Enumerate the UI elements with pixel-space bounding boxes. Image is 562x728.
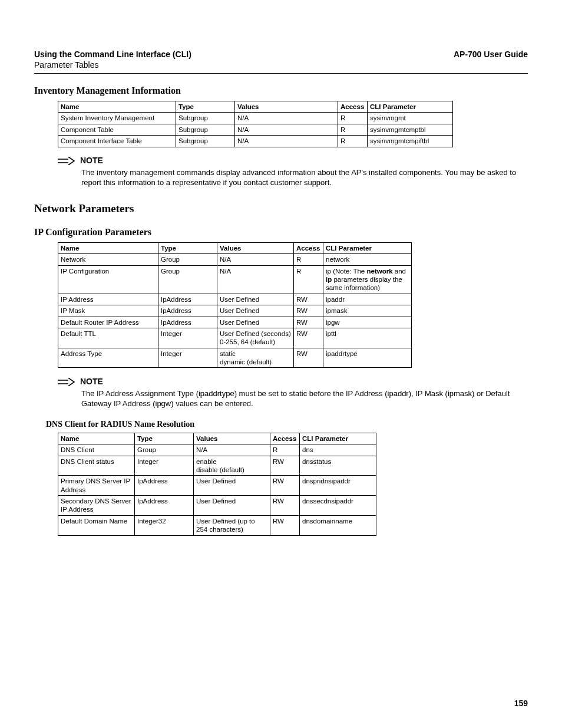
table-cell: dnssecdnsipaddr	[300, 496, 376, 516]
note-ip-config: NOTE The IP Address Assignment Type (ipa…	[58, 376, 528, 409]
table-cell: N/A	[235, 124, 338, 135]
table-header-cell: Values	[235, 101, 338, 113]
table-cell: dnspridnsipaddr	[300, 476, 376, 496]
page-number: 159	[514, 699, 528, 708]
table-cell: network	[323, 254, 412, 265]
header-rule	[34, 73, 528, 74]
table-cell: Subgroup	[176, 136, 235, 147]
heading-ip-configuration: IP Configuration Parameters	[34, 227, 528, 238]
table-header-cell: CLI Parameter	[300, 433, 376, 444]
note-label: NOTE	[80, 377, 103, 386]
table-cell: Component Table	[58, 124, 176, 135]
table-header-cell: Name	[58, 242, 158, 253]
table-ip-configuration: NameTypeValuesAccessCLI ParameterNetwork…	[58, 242, 412, 368]
table-cell: Subgroup	[176, 124, 235, 135]
table-cell: N/A	[235, 113, 338, 124]
table-cell: IpAddress	[135, 476, 194, 496]
table-header-cell: Type	[176, 101, 235, 113]
table-cell: IP Configuration	[58, 265, 158, 294]
table-cell: RW	[294, 348, 323, 368]
table-cell: Integer	[158, 348, 217, 368]
table-row: Primary DNS Server IP AddressIpAddressUs…	[58, 476, 376, 496]
table-cell: Network	[58, 254, 158, 265]
table-row: IP AddressIpAddressUser DefinedRWipaddr	[58, 294, 412, 305]
table-cell: Subgroup	[176, 113, 235, 124]
table-cell: Integer	[135, 456, 194, 476]
table-cell: User Defined (up to 254 characters)	[194, 515, 270, 535]
table-cell: N/A	[194, 444, 270, 456]
table-header-cell: Access	[270, 433, 300, 444]
table-cell: IpAddress	[158, 294, 217, 305]
note-inventory: NOTE The inventory management commands d…	[58, 156, 528, 188]
table-cell: R	[270, 444, 300, 456]
table-row: Default Router IP AddressIpAddressUser D…	[58, 317, 412, 328]
table-cell: R	[338, 113, 368, 124]
table-cell: R	[338, 136, 368, 147]
table-header-cell: Values	[194, 433, 270, 444]
table-header-cell: Type	[135, 433, 194, 444]
table-cell: Component Interface Table	[58, 136, 176, 147]
table-cell: Integer32	[135, 515, 194, 535]
table-row: Default Domain NameInteger32User Defined…	[58, 515, 376, 535]
table-row: Address TypeIntegerstaticdynamic (defaul…	[58, 348, 412, 368]
note-text: The IP Address Assignment Type (ipaddrty…	[81, 388, 528, 409]
heading-network-parameters: Network Parameters	[34, 202, 528, 215]
table-row: Component Interface TableSubgroupN/ARsys…	[58, 136, 453, 147]
heading-dns-client: DNS Client for RADIUS Name Resolution	[46, 420, 528, 429]
table-row: NetworkGroupN/ARnetwork	[58, 254, 412, 265]
table-row: Component TableSubgroupN/ARsysinvmgmtcmp…	[58, 124, 453, 135]
table-cell: Secondary DNS Server IP Address	[58, 496, 135, 516]
table-cell: IpAddress	[158, 317, 217, 328]
table-row: IP ConfigurationGroupN/ARip (Note: The n…	[58, 265, 412, 294]
table-row: Secondary DNS Server IP AddressIpAddress…	[58, 496, 376, 516]
table-cell: R	[294, 254, 323, 265]
table-cell: ip (Note: The network and ip parameters …	[323, 265, 412, 294]
table-cell: ipaddr	[323, 294, 412, 305]
table-row: DNS Client statusIntegerenabledisable (d…	[58, 456, 376, 476]
table-cell: R	[294, 265, 323, 294]
table-header-cell: Name	[58, 433, 135, 444]
table-cell: IpAddress	[135, 496, 194, 516]
table-dns-client: NameTypeValuesAccessCLI ParameterDNS Cli…	[58, 433, 376, 536]
table-cell: IpAddress	[158, 305, 217, 317]
table-cell: DNS Client status	[58, 456, 135, 476]
table-cell: RW	[294, 305, 323, 317]
header-guide-title: AP-700 User Guide	[454, 50, 528, 59]
table-cell: enabledisable (default)	[194, 456, 270, 476]
table-cell: Integer	[158, 328, 217, 348]
table-header-cell: Access	[338, 101, 368, 113]
note-text: The inventory management commands displa…	[81, 167, 528, 188]
table-cell: DNS Client	[58, 444, 135, 456]
table-header-cell: Type	[158, 242, 217, 253]
table-cell: User Defined (seconds) 0-255, 64 (defaul…	[217, 328, 294, 348]
table-cell: ipgw	[323, 317, 412, 328]
table-header-cell: Access	[294, 242, 323, 253]
table-cell: Group	[158, 254, 217, 265]
table-row: System Inventory ManagementSubgroupN/ARs…	[58, 113, 453, 124]
table-cell: N/A	[235, 136, 338, 147]
table-cell: dns	[300, 444, 376, 456]
table-cell: RW	[294, 317, 323, 328]
note-label: NOTE	[80, 156, 103, 165]
heading-inventory-management: Inventory Management Information	[34, 85, 528, 96]
table-cell: User Defined	[194, 476, 270, 496]
table-cell: RW	[270, 515, 300, 535]
table-cell: R	[338, 124, 368, 135]
table-cell: Address Type	[58, 348, 158, 368]
table-cell: N/A	[217, 254, 294, 265]
table-cell: ipmask	[323, 305, 412, 317]
table-cell: Default Domain Name	[58, 515, 135, 535]
table-cell: User Defined	[217, 294, 294, 305]
table-cell: RW	[270, 476, 300, 496]
table-cell: RW	[270, 496, 300, 516]
table-header-cell: CLI Parameter	[368, 101, 453, 113]
table-cell: Group	[158, 265, 217, 294]
header-section-title: Using the Command Line Interface (CLI)	[34, 50, 191, 59]
table-cell: sysinvmgmt	[368, 113, 453, 124]
table-cell: dnsstatus	[300, 456, 376, 476]
table-cell: User Defined	[194, 496, 270, 516]
table-cell: N/A	[217, 265, 294, 294]
table-header-cell: CLI Parameter	[323, 242, 412, 253]
table-cell: sysinvmgmtcmpiftbl	[368, 136, 453, 147]
header-section-subtitle: Parameter Tables	[34, 60, 191, 70]
